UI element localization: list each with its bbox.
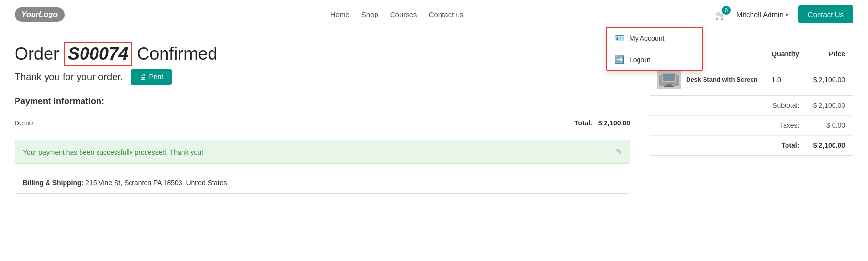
- nav-home[interactable]: Home: [330, 10, 350, 18]
- nav-courses[interactable]: Courses: [390, 10, 417, 18]
- taxes-label: Taxes:: [765, 116, 806, 136]
- thank-you-row: Thank you for your order. 🖨 Print: [15, 69, 630, 85]
- billing-address: 215 Vine St, Scranton PA 18503, United S…: [85, 179, 227, 187]
- billing-box: Billing & Shipping: 215 Vine St, Scranto…: [15, 172, 630, 194]
- print-button[interactable]: 🖨 Print: [131, 69, 172, 85]
- taxes-value: $ 0.00: [806, 116, 853, 136]
- logo[interactable]: YourLogo: [15, 7, 65, 22]
- col-quantity: Quantity: [765, 44, 806, 64]
- payment-method: Demo: [15, 119, 33, 127]
- user-name: Mitchell Admin: [737, 10, 784, 18]
- order-title: Order S00074 Confirmed: [15, 44, 630, 64]
- left-panel: Order S00074 Confirmed Thank you for you…: [15, 44, 650, 194]
- logout-icon: ➡️: [615, 55, 624, 64]
- contact-us-button[interactable]: Contact Us: [798, 5, 853, 23]
- billing-label: Billing & Shipping:: [23, 179, 83, 187]
- product-image: [657, 70, 681, 89]
- my-account-item[interactable]: 🪪 My Account: [607, 28, 702, 49]
- chevron-down-icon: ▾: [786, 11, 788, 18]
- cart-area[interactable]: 🛒 0: [715, 9, 727, 20]
- order-title-prefix: Order: [15, 44, 59, 64]
- product-quantity: 1.0: [765, 64, 806, 96]
- payment-info-title: Payment Information:: [15, 96, 630, 106]
- order-total-label: Total:: [765, 136, 806, 156]
- print-icon: 🖨: [139, 73, 146, 81]
- success-message-box: Your payment has been successfully proce…: [15, 140, 630, 164]
- svg-rect-4: [664, 86, 674, 87]
- subtotal-value: $ 2,100.00: [806, 96, 853, 116]
- col-price: Price: [806, 44, 853, 64]
- taxes-row: Taxes: $ 0.00: [650, 116, 853, 136]
- logout-item[interactable]: ➡️ Logout: [607, 49, 702, 70]
- order-total-value: $ 2,100.00: [806, 136, 853, 156]
- edit-icon[interactable]: ✎: [616, 147, 622, 157]
- svg-rect-2: [663, 74, 675, 81]
- account-icon: 🪪: [615, 34, 624, 43]
- user-dropdown[interactable]: Mitchell Admin ▾: [737, 10, 788, 18]
- order-title-suffix: Confirmed: [137, 44, 217, 64]
- product-name: Desk Stand with Screen: [686, 75, 757, 84]
- subtotal-label: Subtotal:: [765, 96, 806, 116]
- main-content: Order S00074 Confirmed Thank you for you…: [0, 29, 868, 209]
- total-row: Total: $ 2,100.00: [650, 136, 853, 156]
- header: YourLogo Home Shop Courses Contact us 🛒 …: [0, 0, 868, 29]
- order-number: S00074: [64, 42, 132, 66]
- logout-label: Logout: [629, 56, 650, 64]
- user-dropdown-menu: 🪪 My Account ➡️ Logout: [606, 27, 703, 71]
- nav-shop[interactable]: Shop: [361, 10, 378, 18]
- subtotal-row: Subtotal: $ 2,100.00: [650, 96, 853, 116]
- product-price: $ 2,100.00: [806, 64, 853, 96]
- total-amount: $ 2,100.00: [598, 119, 630, 127]
- payment-row: Demo Total: $ 2,100.00: [15, 114, 630, 132]
- cart-badge: 0: [722, 6, 731, 15]
- thank-you-text: Thank you for your order.: [15, 71, 123, 83]
- print-label: Print: [149, 73, 163, 81]
- nav-contact[interactable]: Contact us: [429, 10, 464, 18]
- success-message-text: Your payment has been successfully proce…: [23, 148, 203, 156]
- total-label: Total:: [574, 119, 592, 127]
- svg-rect-3: [666, 84, 672, 86]
- nav: Home Shop Courses Contact us: [79, 10, 715, 18]
- my-account-label: My Account: [629, 35, 664, 42]
